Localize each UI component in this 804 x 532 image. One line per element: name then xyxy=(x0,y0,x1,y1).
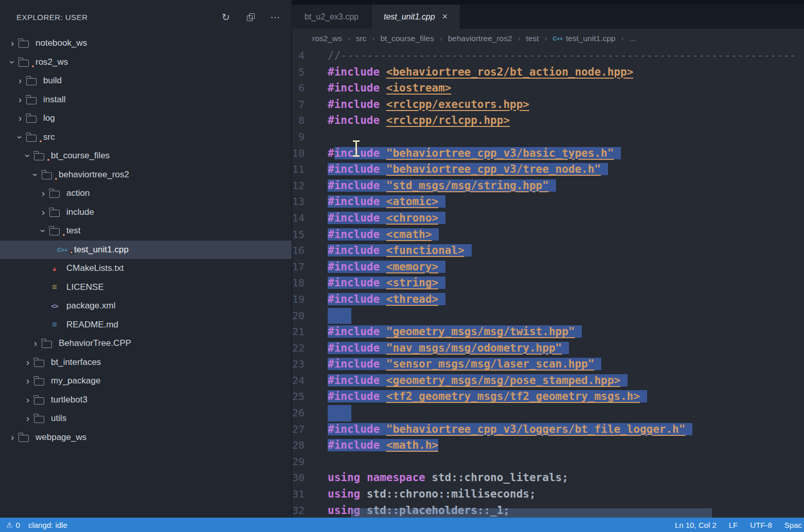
encoding-indicator[interactable]: UTF-8 xyxy=(750,521,772,529)
code-line-10[interactable]: 10#include "behaviortree_cpp_v3/basic_ty… xyxy=(292,145,804,162)
tree-item-CMakeLists.txt[interactable]: ▲CMakeLists.txt xyxy=(0,259,292,278)
code-line-16[interactable]: 16#include <functional> xyxy=(292,243,804,259)
breadcrumb-item[interactable]: test xyxy=(526,34,539,43)
folder-icon xyxy=(26,135,37,142)
file-icon-wrap xyxy=(19,39,34,48)
code-line-8[interactable]: 8#include <rclcpp/rclcpp.hpp> xyxy=(292,113,804,129)
code-line-11[interactable]: 11#include "behaviortree_cpp_v3/tree_nod… xyxy=(292,161,804,178)
breadcrumb-item[interactable]: src xyxy=(356,34,367,43)
code-line-14[interactable]: 14#include <chrono> xyxy=(292,210,804,227)
chevron-right-icon[interactable]: › xyxy=(14,114,26,123)
tree-item-webpage_ws[interactable]: ›webpage_ws xyxy=(0,428,292,447)
code-line-20[interactable]: 20 xyxy=(292,308,804,324)
chevron-right-icon[interactable]: › xyxy=(14,76,26,85)
code-line-17[interactable]: 17#include <memory> xyxy=(292,259,804,276)
line-number: 32 xyxy=(292,503,328,518)
eol-indicator[interactable]: LF xyxy=(729,521,738,529)
breadcrumb-item[interactable]: C++test_unit1.cpp xyxy=(553,34,616,43)
chevron-right-icon[interactable]: › xyxy=(29,339,42,348)
chevron-right-icon[interactable]: › xyxy=(22,376,34,386)
tree-item-utils[interactable]: ›utils xyxy=(0,409,292,428)
file-icon-wrap: ≡ xyxy=(49,320,65,330)
chevron-right-icon[interactable]: › xyxy=(22,395,34,405)
chevron-right-icon[interactable]: › xyxy=(22,358,34,367)
code-area[interactable]: 4//-------------------------------------… xyxy=(292,48,804,518)
tree-item-BehaviorTree.CPP[interactable]: ›BehaviorTree.CPP xyxy=(0,334,292,353)
tree-item-test_unit1.cpp[interactable]: C++test_unit1.cpp xyxy=(0,241,292,260)
chevron-right-icon[interactable]: › xyxy=(22,414,34,423)
code-token: <atomic> xyxy=(386,195,438,208)
code-token: "std_msgs/msg/string.hpp" xyxy=(386,179,549,192)
tree-item-turtlebot3[interactable]: ›turtlebot3 xyxy=(0,391,292,410)
selection-highlight: #include "std_msgs/msg/string.hpp" xyxy=(328,179,556,192)
code-line-12[interactable]: 12#include "std_msgs/msg/string.hpp" xyxy=(292,178,804,194)
chevron-right-icon[interactable]: › xyxy=(6,39,19,48)
tree-item-my_package[interactable]: ›my_package xyxy=(0,372,292,391)
code-token: #include xyxy=(328,244,380,256)
chevron-right-icon[interactable]: › xyxy=(37,208,49,217)
chevron-down-icon[interactable]: › xyxy=(39,225,48,237)
chevron-right-icon[interactable]: › xyxy=(14,95,26,104)
code-line-26[interactable]: 26 xyxy=(292,405,804,421)
chevron-down-icon[interactable]: › xyxy=(8,56,17,68)
code-line-19[interactable]: 19#include <thread> xyxy=(292,291,804,308)
chevron-right-icon[interactable]: › xyxy=(37,189,49,198)
code-line-15[interactable]: 15#include <cmath> xyxy=(292,227,804,243)
tree-item-bt_interfaces[interactable]: ›bt_interfaces xyxy=(0,353,292,372)
tree-item-behaviortree_ros2[interactable]: ›behaviortree_ros2 xyxy=(0,166,292,185)
code-line-13[interactable]: 13#include <atomic> xyxy=(292,194,804,210)
tree-item-build[interactable]: ›build xyxy=(0,71,292,90)
cursor-position[interactable]: Ln 10, Col 2 xyxy=(675,521,717,529)
breadcrumb-item[interactable]: behaviortree_ros2 xyxy=(448,34,512,43)
code-line-21[interactable]: 21#include "geometry_msgs/msg/twist.hpp" xyxy=(292,324,804,340)
tab-bt_u2_ex3.cpp[interactable]: bt_u2_ex3.cpp xyxy=(292,5,371,29)
problems-indicator[interactable]: ⚠ 0 xyxy=(6,521,20,529)
code-line-18[interactable]: 18#include <string> xyxy=(292,275,804,291)
code-line-22[interactable]: 22#include "nav_msgs/msg/odometry.hpp" xyxy=(292,340,804,357)
code-line-23[interactable]: 23#include "sensor_msgs/msg/laser_scan.h… xyxy=(292,356,804,373)
code-text xyxy=(328,129,804,145)
clangd-status[interactable]: clangd: idle xyxy=(28,521,67,529)
more-actions-icon[interactable]: ⋯ xyxy=(270,12,280,22)
code-line-30[interactable]: 30using namespace std::chrono_literals; xyxy=(292,470,804,486)
collapse-folders-icon[interactable] xyxy=(245,12,256,22)
code-line-31[interactable]: 31using std::chrono::milliseconds; xyxy=(292,486,804,503)
code-line-25[interactable]: 25#include <tf2_geometry_msgs/tf2_geomet… xyxy=(292,389,804,405)
refresh-explorer-icon[interactable]: ↻ xyxy=(221,12,231,22)
tree-item-bt_course_files[interactable]: ›bt_course_files xyxy=(0,146,292,166)
tree-item-test[interactable]: ›test xyxy=(0,222,292,241)
tree-item-action[interactable]: ›action xyxy=(0,184,292,203)
tree-item-include[interactable]: ›include xyxy=(0,203,292,222)
chevron-right-icon[interactable]: › xyxy=(6,433,19,442)
tree-item-log[interactable]: ›log xyxy=(0,109,292,128)
tree-item-package.xml[interactable]: <>package.xml xyxy=(0,297,292,316)
chevron-down-icon[interactable]: › xyxy=(15,131,25,143)
code-line-29[interactable]: 29 xyxy=(292,454,804,470)
code-line-6[interactable]: 6#include <iostream> xyxy=(292,80,804,97)
breadcrumb-item[interactable]: bt_course_files xyxy=(380,34,434,43)
tree-item-LICENSE[interactable]: ≡LICENSE xyxy=(0,278,292,297)
breadcrumb-item[interactable]: ... xyxy=(629,34,636,43)
chevron-down-icon[interactable]: › xyxy=(23,150,32,162)
tree-item-ros2_ws[interactable]: ›ros2_ws xyxy=(0,53,292,72)
code-token: include xyxy=(334,147,380,159)
tree-item-README.md[interactable]: ≡README.md xyxy=(0,316,292,335)
indentation-indicator[interactable]: Spac xyxy=(784,521,802,529)
tree-item-notebook_ws[interactable]: ›notebook_ws xyxy=(0,34,292,53)
code-line-24[interactable]: 24#include <geometry_msgs/msg/pose_stamp… xyxy=(292,373,804,389)
code-line-7[interactable]: 7#include <rclcpp/executors.hpp> xyxy=(292,97,804,113)
code-line-9[interactable]: 9 xyxy=(292,129,804,145)
code-line-28[interactable]: 28#include <math.h> xyxy=(292,437,804,454)
chevron-down-icon[interactable]: › xyxy=(31,169,40,181)
code-token: # xyxy=(328,147,334,159)
code-line-5[interactable]: 5#include <behaviortree_ros2/bt_action_n… xyxy=(292,64,804,81)
tree-item-src[interactable]: ›src xyxy=(0,128,292,147)
code-line-27[interactable]: 27#include "behaviortree_cpp_v3/loggers/… xyxy=(292,421,804,438)
code-line-4[interactable]: 4//-------------------------------------… xyxy=(292,48,804,64)
horizontal-scrollbar[interactable] xyxy=(351,508,712,518)
tab-test_unit1.cpp[interactable]: test_unit1.cpp× xyxy=(371,5,460,29)
breadcrumb-item[interactable]: ros2_ws xyxy=(312,34,342,43)
tree-item-install[interactable]: ›install xyxy=(0,90,292,109)
close-icon[interactable]: × xyxy=(442,11,448,22)
folder-icon xyxy=(26,78,37,85)
